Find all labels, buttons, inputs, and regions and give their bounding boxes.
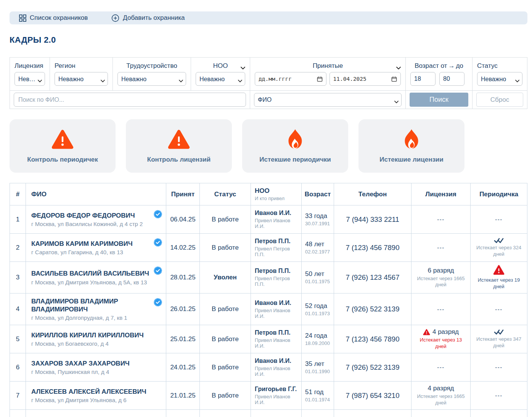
license-cell [411, 410, 471, 417]
search-by-cell: ФИО [250, 91, 406, 109]
accepted-cell: 26.01.25 [166, 294, 200, 325]
license-select[interactable]: Неважно [14, 72, 45, 86]
fio-cell: ЗАХАРОВ ЗАХАР ЗАХАРОВИЧ г Москва, Пушкин… [26, 353, 166, 381]
header-periodic: Периодичка [471, 183, 527, 205]
license-dash: --- [437, 306, 445, 313]
status-cell: В работе [200, 294, 251, 325]
status-select[interactable]: Неважно [477, 72, 522, 86]
filter-row-bottom: ФИО Поиск Сброс [10, 91, 527, 109]
warning-triangle-icon [168, 128, 190, 150]
table-row[interactable]: 6 ЗАХАРОВ ЗАХАР ЗАХАРОВИЧ г Москва, Пушк… [10, 353, 527, 382]
chevron-down-icon [241, 64, 245, 71]
noo-cell: Петров П.П. Привел Петров П.П. [251, 234, 302, 261]
calendar-icon [317, 76, 323, 82]
status-cell: В работе [200, 205, 251, 233]
card-expired-license[interactable]: Истекшие лицензии [358, 119, 464, 173]
age-value: 24 года [305, 332, 327, 340]
license-note: Истекает через 1665 дней [414, 393, 468, 406]
row-number: 3 [10, 262, 26, 293]
periodic-dash: --- [495, 392, 503, 399]
accepted-cell: 25.01.25 [166, 325, 200, 353]
filter-noo: НОО Неважно [191, 58, 250, 90]
guard-address: г Москва, ул Дмитрия Ульянова, д 5А, кв … [31, 279, 147, 285]
card-control-license[interactable]: Контроль лицензий [126, 119, 232, 173]
filter-age: Возраст от→до [406, 58, 473, 90]
status-text: В работе [212, 216, 239, 223]
table-row[interactable]: 5 КИРИЛЛОВ КИРИЛЛ КИРИЛЛОВИЧ г Москва, у… [10, 325, 527, 353]
row-number: 1 [10, 205, 26, 233]
verified-badge-icon [154, 266, 162, 276]
table-row[interactable]: 3 ВАСИЛЬЕВ ВАСИЛИЙ ВАСИЛЬЕВИЧ г Москва, … [10, 262, 527, 294]
header-noo: НОО И кто привел [251, 183, 302, 205]
guard-name: ВЛАДИМИРОВ ВЛАДИМИР ВЛАДИМИРОВИЧ [31, 297, 149, 314]
phone-cell: 7 (987) 654 3210 [334, 382, 411, 409]
phone-cell: 7 (926) 123 4567 [334, 262, 411, 293]
fio-cell: КИРИЛЛОВ КИРИЛЛ КИРИЛЛОВИЧ г Москва, ул … [26, 325, 166, 353]
filter-accepted: Принятые дд.мм.гггг 11.04.2025 [250, 58, 406, 90]
date-to-input[interactable]: 11.04.2025 [329, 72, 401, 86]
search-input[interactable] [14, 93, 246, 107]
phone-cell: 7 (926) 522 3139 [334, 353, 411, 381]
noo-name: Григорьев Г.Г. [255, 386, 297, 393]
search-by-select[interactable]: ФИО [254, 93, 402, 107]
guard-name: ВАСИЛЬЕВ ВАСИЛИЙ ВАСИЛЬЕВИЧ [31, 269, 149, 277]
table-row[interactable]: 1 ФЕДОРОВ ФЕДОР ФЕДОРОВИЧ г Москва, ул В… [10, 205, 527, 234]
date-from-input[interactable]: дд.мм.гггг [255, 72, 326, 86]
accepted-cell: 24.01.25 [166, 353, 200, 381]
page: Список охранников Добавить охранника КАД… [10, 11, 527, 417]
guard-address: г Саратов, ул Гагарина, д 40, кв 13 [31, 249, 123, 255]
phone-cell: 7 (926) 522 3139 [334, 294, 411, 325]
table-row[interactable] [10, 410, 527, 417]
plus-circle-icon [111, 14, 119, 22]
table-row[interactable]: 4 ВЛАДИМИРОВ ВЛАДИМИР ВЛАДИМИРОВИЧ г Мос… [10, 294, 527, 326]
guard-name: АЛЕКСЕЕВ АЛЕКСЕЙ АЛЕКСЕЕВИЧ [31, 388, 146, 396]
age-cell [302, 410, 334, 417]
license-grade-row: 6 разряд [428, 267, 454, 274]
nav-add-guard[interactable]: Добавить охранника [111, 14, 185, 22]
table-row[interactable]: 7 АЛЕКСЕЕВ АЛЕКСЕЙ АЛЕКСЕЕВИЧ г Москва, … [10, 382, 527, 410]
age-cell: 52 года 01.01.1973 [302, 294, 334, 325]
double-check-icon [494, 237, 504, 244]
table-row[interactable]: 2 КАРИМОВ КАРИМ КАРИМОВИЧ г Саратов, ул … [10, 234, 527, 262]
row-number: 4 [10, 294, 26, 325]
license-cell: 6 разряд Истекает через 1665 дней [411, 262, 471, 293]
guard-address: г Москва, ул Василисы Кожиной, д 4 стр 2 [31, 221, 143, 227]
noo-cell: Иванов И.И. Привел Иванов И.И. [251, 294, 302, 325]
filter-accepted-label[interactable]: Принятые [255, 61, 401, 71]
card-control-periodic[interactable]: Контроль периодичек [10, 119, 116, 173]
phone-cell [334, 410, 411, 417]
periodic-cell: Истекает через 324 дней [471, 234, 527, 261]
right-arrow-glyph: → [447, 62, 456, 70]
noo-select[interactable]: Неважно [196, 72, 245, 86]
phone-cell: 7 (944) 333 2211 [334, 205, 411, 233]
employment-select[interactable]: Неважно [117, 72, 186, 86]
age-value: 50 лет [305, 270, 324, 278]
card-label: Контроль периодичек [27, 156, 98, 164]
birth-date: 01.01.1975 [305, 279, 330, 284]
card-expired-periodic[interactable]: Истекшие периодички [242, 119, 348, 173]
age-cell: 24 года 18.09.2000 [302, 325, 334, 353]
verified-badge-icon [154, 238, 162, 248]
calendar-icon [391, 76, 397, 82]
nav-guard-list-label: Список охранников [30, 14, 88, 22]
status-cell: В работе [200, 353, 251, 381]
nav-guard-list[interactable]: Список охранников [19, 14, 88, 22]
filter-status: Статус Неважно [473, 58, 527, 90]
noo-referrer: Привел Иванов И.И. [255, 394, 297, 405]
license-dash: --- [437, 364, 445, 370]
license-dash: --- [437, 244, 445, 251]
license-cell: 4 разряд Истекает через 13 дней [411, 325, 471, 353]
search-button[interactable]: Поиск [410, 93, 468, 107]
status-text: В работе [212, 305, 239, 313]
header-status: Статус [200, 183, 251, 205]
license-warning-icon [423, 329, 430, 335]
row-number [10, 410, 26, 417]
phone-cell: 7 (123) 456 7890 [334, 325, 411, 353]
filter-noo-label[interactable]: НОО [196, 61, 245, 71]
license-grade: 4 разряд [432, 328, 459, 336]
age-from-input[interactable] [410, 72, 436, 86]
age-to-input[interactable] [439, 72, 464, 86]
region-select[interactable]: Неважно [55, 72, 108, 86]
guard-name: КИРИЛЛОВ КИРИЛЛ КИРИЛЛОВИЧ [31, 331, 144, 339]
reset-button[interactable]: Сброс [476, 93, 523, 107]
